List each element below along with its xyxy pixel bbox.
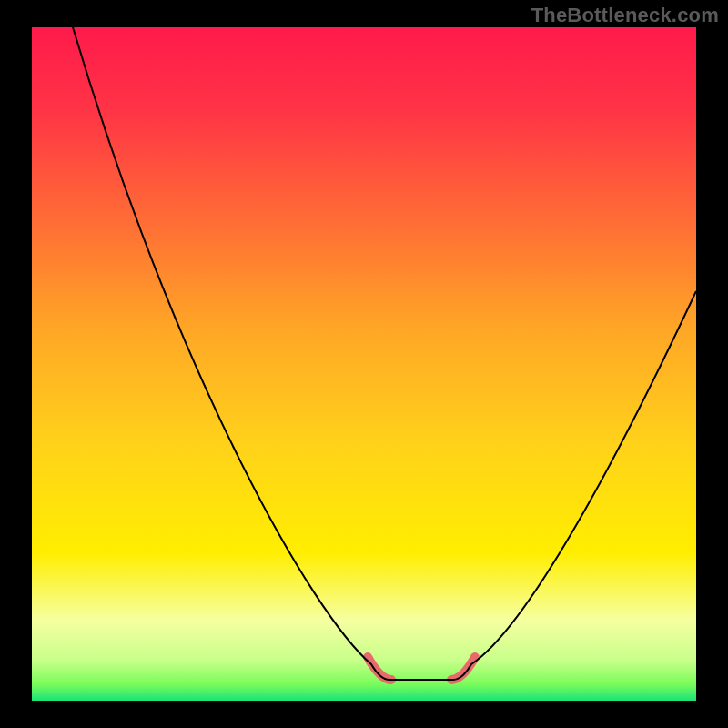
- bottleneck-plot: [32, 27, 696, 701]
- accent-left-segment: [368, 657, 391, 680]
- watermark-text: TheBottleneck.com: [531, 4, 719, 27]
- accent-right-segment: [451, 657, 475, 680]
- main-curve-path: [73, 27, 696, 680]
- bottleneck-curve: [32, 27, 696, 701]
